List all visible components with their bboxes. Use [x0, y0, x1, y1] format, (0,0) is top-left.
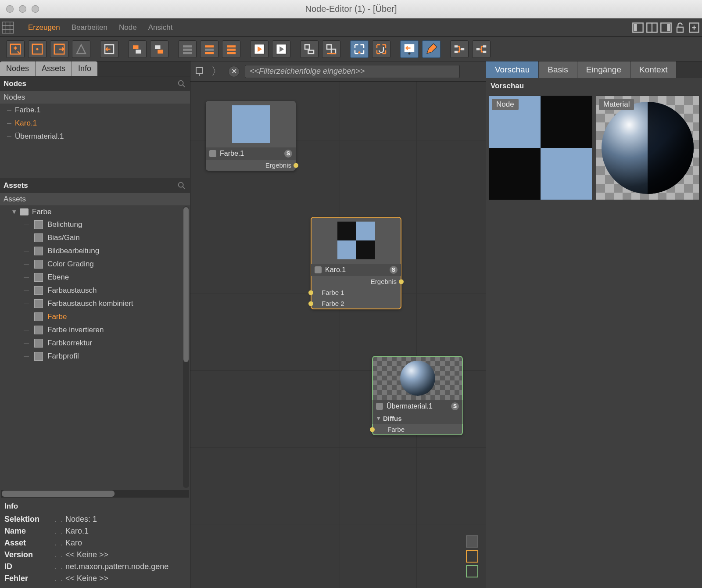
info-row: Selektion. .Nodes: 1: [4, 513, 186, 525]
assets-title: Assets: [0, 178, 190, 193]
tool-rows-3[interactable]: [222, 40, 240, 58]
menu-node[interactable]: Node: [118, 22, 138, 34]
tool-rows-1[interactable]: [178, 40, 197, 58]
svg-point-42: [179, 81, 183, 86]
node-material[interactable]: Übermaterial.1S ▾Diffus Farbe: [372, 356, 462, 435]
tool-triangle[interactable]: [72, 40, 90, 58]
svg-rect-37: [455, 50, 458, 53]
svg-point-35: [408, 52, 411, 54]
preview-material[interactable]: Material: [596, 96, 699, 200]
tab-kontext[interactable]: Kontext: [630, 61, 677, 78]
tool-node-out[interactable]: [50, 40, 68, 58]
info-row: Asset. .Karo: [4, 537, 186, 549]
scrollbar-horizontal[interactable]: [1, 490, 189, 498]
tool-snap[interactable]: [372, 40, 390, 58]
tool-align-2[interactable]: [322, 40, 340, 58]
asset-item[interactable]: Belichtung: [0, 218, 182, 231]
menu-ansicht[interactable]: Ansicht: [147, 22, 174, 34]
solo-icon[interactable]: S: [390, 266, 398, 274]
info-row: Name. .Karo.1: [4, 525, 186, 537]
tool-graph-2[interactable]: [472, 40, 491, 58]
svg-rect-0: [2, 22, 14, 33]
material-sphere: [400, 361, 435, 396]
output-port[interactable]: Ergebnis: [206, 160, 296, 171]
asset-item[interactable]: Farbaustausch kombiniert: [0, 297, 182, 310]
tool-edit[interactable]: [422, 40, 441, 58]
svg-rect-44: [196, 68, 202, 74]
svg-rect-18: [183, 45, 192, 47]
svg-rect-16: [155, 45, 161, 49]
right-tabs: Vorschau Basis Eingänge Kontext: [486, 61, 702, 78]
search-icon[interactable]: [177, 79, 186, 89]
list-item[interactable]: Farbe.1: [0, 104, 190, 117]
tool-frame-eye[interactable]: [350, 40, 369, 58]
asset-item[interactable]: Farbe: [0, 310, 182, 323]
info-title: Info: [4, 502, 186, 511]
nav-pin-icon[interactable]: [193, 65, 205, 78]
section-header[interactable]: ▾Diffus: [372, 412, 462, 424]
tool-play-1[interactable]: [250, 40, 269, 58]
input-port[interactable]: Farbe 1: [311, 287, 401, 298]
right-section-title: Vorschau: [486, 78, 702, 94]
asset-item[interactable]: Ebene: [0, 271, 182, 284]
asset-item[interactable]: Farbkorrektur: [0, 337, 182, 350]
input-port[interactable]: Farbe: [372, 424, 462, 435]
asset-item[interactable]: Bias/Gain: [0, 231, 182, 244]
lock-icon[interactable]: [674, 22, 686, 34]
asset-item[interactable]: Farbprofil: [0, 350, 182, 363]
add-panel-icon[interactable]: [688, 22, 700, 34]
solo-icon[interactable]: S: [284, 150, 292, 158]
node-canvas[interactable]: 〉 ✕ <<Filterzeichenfolge eingeben>> Farb…: [190, 61, 486, 588]
list-item[interactable]: Übermaterial.1: [0, 130, 190, 143]
layout-1-icon[interactable]: [632, 22, 644, 34]
nodes-list-header: Nodes: [0, 91, 190, 104]
asset-group[interactable]: ▾ Farbe: [0, 205, 182, 218]
tool-merge-2[interactable]: [150, 40, 168, 58]
solo-icon[interactable]: S: [451, 402, 459, 410]
tab-assets[interactable]: Assets: [36, 61, 72, 76]
right-panel: Vorschau Basis Eingänge Kontext Vorschau…: [486, 61, 702, 588]
tool-node-in[interactable]: [28, 40, 47, 58]
asset-item[interactable]: Farbe invertieren: [0, 323, 182, 337]
svg-rect-21: [205, 45, 214, 47]
tab-eingaenge[interactable]: Eingänge: [577, 61, 630, 78]
svg-rect-24: [227, 45, 236, 47]
tab-info[interactable]: Info: [72, 61, 97, 76]
layout-2-icon[interactable]: [646, 22, 658, 34]
svg-rect-22: [205, 48, 214, 50]
tool-merge-1[interactable]: [128, 40, 147, 58]
scrollbar-vertical[interactable]: [183, 206, 189, 488]
search-icon[interactable]: [177, 181, 186, 190]
tool-preview-toggle[interactable]: [400, 40, 419, 58]
left-tabs: Nodes Assets Info: [0, 61, 190, 76]
asset-item[interactable]: Farbaustausch: [0, 284, 182, 297]
menu-erzeugen[interactable]: Erzeugen: [27, 22, 61, 34]
layout-3-icon[interactable]: [660, 22, 672, 34]
clear-filter-button[interactable]: ✕: [228, 66, 240, 77]
output-port[interactable]: Ergebnis: [311, 276, 401, 287]
node-farbe[interactable]: Farbe.1S Ergebnis: [206, 101, 296, 171]
tool-rows-2[interactable]: [200, 40, 218, 58]
asset-item[interactable]: Bildbearbeitung: [0, 244, 182, 258]
chevron-right-icon[interactable]: 〉: [211, 65, 223, 78]
svg-rect-39: [476, 48, 480, 50]
tab-vorschau[interactable]: Vorschau: [486, 61, 539, 78]
tool-add-node[interactable]: [6, 40, 25, 58]
node-karo[interactable]: Karo.1S Ergebnis Farbe 1 Farbe 2: [311, 217, 401, 309]
tool-align-1[interactable]: [300, 40, 319, 58]
navigator[interactable]: [448, 533, 478, 580]
grid-icon: [34, 339, 43, 348]
list-item[interactable]: Karo.1: [0, 117, 190, 130]
input-port[interactable]: Farbe 2: [311, 298, 401, 309]
filter-input[interactable]: <<Filterzeichenfolge eingeben>>: [245, 65, 460, 78]
tool-graph-1[interactable]: [450, 40, 469, 58]
menu-bearbeiten[interactable]: Bearbeiten: [71, 22, 108, 34]
preview-node[interactable]: Node: [489, 96, 592, 200]
tab-basis[interactable]: Basis: [539, 61, 577, 78]
tool-play-2[interactable]: [272, 40, 290, 58]
grid-icon: [34, 299, 43, 308]
tab-nodes[interactable]: Nodes: [0, 61, 36, 76]
grid-toggle-icon[interactable]: [2, 22, 14, 34]
tool-import[interactable]: [100, 40, 118, 58]
asset-item[interactable]: Color Grading: [0, 258, 182, 271]
